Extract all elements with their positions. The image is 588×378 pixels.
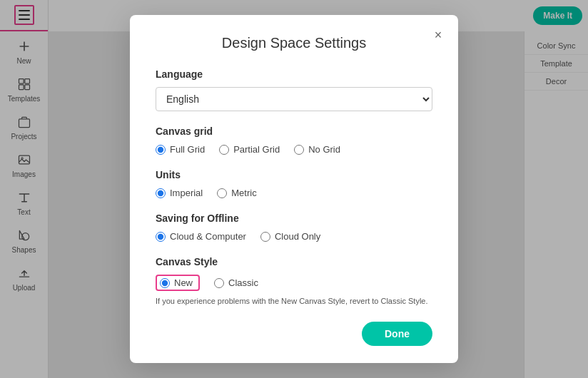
classic-style-label: Classic [228, 277, 258, 288]
cloud-computer-radio[interactable] [156, 232, 166, 242]
saving-offline-section: Saving for Offline Cloud & Computer Clou… [156, 213, 432, 242]
units-section: Units Imperial Metric [156, 169, 432, 198]
classic-style-radio[interactable] [214, 278, 224, 288]
settings-modal: × Design Space Settings Language English… [130, 15, 458, 363]
canvas-style-note: If you experience problems with the New … [156, 295, 432, 307]
language-section: Language English Spanish French German [156, 68, 432, 111]
language-label: Language [156, 68, 432, 80]
new-radio-highlighted: New [156, 275, 200, 291]
metric-label: Metric [231, 188, 256, 198]
no-grid-label: No Grid [308, 144, 340, 155]
new-style-option[interactable]: New [156, 275, 200, 291]
imperial-radio[interactable] [156, 188, 166, 198]
full-grid-option[interactable]: Full Grid [156, 144, 205, 155]
partial-grid-option[interactable]: Partial Grid [219, 144, 280, 155]
saving-offline-label: Saving for Offline [156, 213, 432, 224]
modal-overlay: × Design Space Settings Language English… [0, 0, 588, 378]
modal-title: Design Space Settings [156, 35, 432, 51]
units-label: Units [156, 169, 432, 180]
partial-grid-radio[interactable] [219, 145, 229, 155]
language-select[interactable]: English Spanish French German [156, 87, 432, 111]
canvas-grid-radio-group: Full Grid Partial Grid No Grid [156, 144, 432, 155]
units-radio-group: Imperial Metric [156, 188, 432, 198]
close-button[interactable]: × [430, 26, 447, 44]
canvas-style-radio-group: New Classic [156, 275, 432, 291]
partial-grid-label: Partial Grid [233, 144, 280, 155]
canvas-style-section: Canvas Style New Classic If you experien… [156, 256, 432, 307]
full-grid-radio[interactable] [156, 145, 166, 155]
cloud-only-option[interactable]: Cloud Only [260, 231, 320, 242]
cloud-computer-label: Cloud & Computer [170, 231, 246, 242]
new-style-label: New [174, 277, 193, 288]
imperial-option[interactable]: Imperial [156, 188, 203, 198]
metric-option[interactable]: Metric [217, 188, 256, 198]
classic-style-option[interactable]: Classic [214, 277, 258, 288]
metric-radio[interactable] [217, 188, 227, 198]
imperial-label: Imperial [170, 188, 203, 198]
cloud-computer-option[interactable]: Cloud & Computer [156, 231, 246, 242]
new-style-radio[interactable] [160, 278, 170, 288]
canvas-style-label: Canvas Style [156, 256, 432, 267]
no-grid-option[interactable]: No Grid [294, 144, 340, 155]
modal-footer: Done [156, 322, 432, 346]
cloud-only-radio[interactable] [260, 232, 270, 242]
done-button[interactable]: Done [362, 322, 432, 346]
saving-offline-radio-group: Cloud & Computer Cloud Only [156, 231, 432, 242]
cloud-only-label: Cloud Only [275, 231, 320, 242]
canvas-grid-section: Canvas grid Full Grid Partial Grid No Gr… [156, 126, 432, 155]
full-grid-label: Full Grid [170, 144, 205, 155]
canvas-grid-label: Canvas grid [156, 126, 432, 137]
no-grid-radio[interactable] [294, 145, 304, 155]
